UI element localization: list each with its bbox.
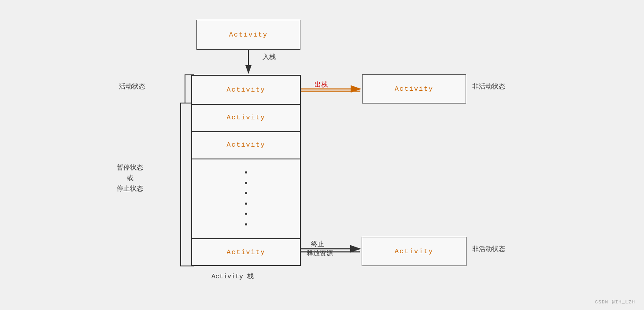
dot-5: [245, 213, 247, 215]
dot-6: [245, 223, 247, 225]
stack-container: Activity Activity Activity Activity: [191, 75, 301, 266]
diagram-container: Activity Activity Activity Activity: [0, 0, 644, 310]
stack-row-1: Activity: [192, 76, 300, 104]
dots-area: [192, 159, 300, 238]
huo-dong-zhuang-tai-label: 活动状态: [119, 82, 145, 91]
fei-huo-dong-2-label: 非活动状态: [472, 245, 505, 253]
right-bottom-activity-label: Activity: [395, 248, 433, 255]
stack-row-2: Activity: [192, 104, 300, 131]
right-top-activity-label: Activity: [395, 85, 433, 93]
chu-zhan-label: 出栈: [315, 81, 328, 89]
stack-activity-3: Activity: [226, 141, 265, 149]
zan-ting-label: 暂停状态 或 停止状态: [117, 163, 143, 195]
right-bottom-activity-box: Activity: [362, 237, 466, 266]
stack-activity-bottom: Activity: [226, 249, 265, 256]
right-top-activity-box: Activity: [362, 74, 466, 103]
ru-zhan-label: 入栈: [263, 53, 276, 61]
zhong-zhi-label: 终止: [311, 240, 324, 248]
top-activity-box: Activity: [196, 20, 300, 50]
dot-4: [245, 203, 247, 205]
stack-row-bottom: Activity: [192, 238, 300, 267]
dot-3: [245, 192, 247, 194]
fei-huo-dong-1-label: 非活动状态: [472, 82, 505, 91]
stack-activity-2: Activity: [226, 114, 265, 122]
shi-fang-label: 释放资源: [307, 249, 333, 258]
activity-zhan-label: Activity 栈: [211, 272, 254, 280]
stack-row-3: Activity: [192, 131, 300, 159]
dot-1: [245, 171, 247, 173]
stack-activity-1: Activity: [226, 86, 265, 94]
dot-2: [245, 182, 247, 184]
watermark: CSDN @IH_LZH: [595, 299, 635, 305]
arrows-svg: [0, 0, 644, 310]
top-activity-label: Activity: [229, 31, 268, 39]
